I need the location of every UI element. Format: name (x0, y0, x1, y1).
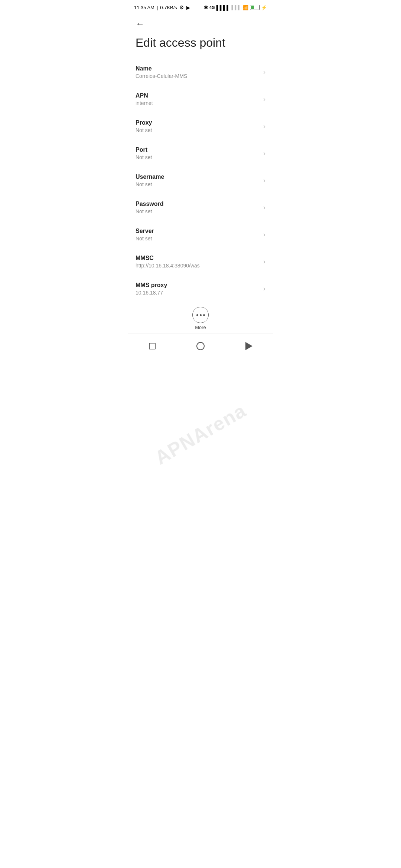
home-icon (196, 342, 205, 350)
chevron-icon-mms-proxy: › (263, 285, 265, 293)
settings-item-label-port: Port (136, 147, 260, 153)
settings-item-port[interactable]: Port Not set › (128, 140, 273, 167)
settings-item-value-mmsc: http://10.16.18.4:38090/was (136, 263, 260, 269)
settings-item-name[interactable]: Name Correios-Celular-MMS › (128, 59, 273, 86)
chevron-icon-password: › (263, 204, 265, 211)
settings-item-label-mms-proxy: MMS proxy (136, 282, 260, 289)
chevron-icon-mmsc: › (263, 258, 265, 266)
settings-item-label-name: Name (136, 65, 260, 72)
settings-item-value-proxy: Not set (136, 127, 260, 133)
settings-item-value-port: Not set (136, 154, 260, 160)
settings-item-password[interactable]: Password Not set › (128, 194, 273, 221)
settings-item-content-username: Username Not set (136, 174, 260, 187)
settings-item-content-mmsc: MMSC http://10.16.18.4:38090/was (136, 255, 260, 269)
settings-item-value-server: Not set (136, 236, 260, 241)
more-dots-icon (196, 314, 205, 316)
settings-list: Name Correios-Celular-MMS › APN internet… (128, 59, 273, 302)
chevron-icon-port: › (263, 149, 265, 157)
settings-item-label-username: Username (136, 174, 260, 180)
more-button[interactable]: More (128, 302, 273, 333)
settings-item-label-proxy: Proxy (136, 119, 260, 126)
nav-recents-button[interactable] (143, 337, 161, 355)
nav-bar (128, 333, 273, 361)
settings-item-mmsc[interactable]: MMSC http://10.16.18.4:38090/was › (128, 248, 273, 275)
time: 11:35 AM (134, 5, 154, 10)
settings-item-mms-proxy[interactable]: MMS proxy 10.16.18.77 › (128, 275, 273, 302)
chevron-icon-proxy: › (263, 122, 265, 130)
charging-icon: ⚡ (261, 5, 267, 10)
back-arrow-icon: ← (136, 19, 144, 29)
settings-item-value-name: Correios-Celular-MMS (136, 73, 260, 79)
settings-item-server[interactable]: Server Not set › (128, 221, 273, 248)
battery-icon (250, 5, 260, 10)
settings-item-content-port: Port Not set (136, 147, 260, 160)
chevron-icon-apn: › (263, 95, 265, 103)
wifi-icon: 📶 (242, 5, 248, 10)
network-speed: 0.7KB/s (160, 5, 177, 10)
signal-4g-icon: 4G (209, 5, 215, 10)
settings-item-label-mmsc: MMSC (136, 255, 260, 262)
nav-home-button[interactable] (192, 337, 209, 355)
settings-item-content-password: Password Not set (136, 201, 260, 214)
chevron-icon-username: › (263, 177, 265, 184)
settings-item-value-apn: internet (136, 100, 260, 106)
recents-icon (149, 343, 156, 349)
settings-item-value-password: Not set (136, 208, 260, 214)
settings-item-apn[interactable]: APN internet › (128, 86, 273, 113)
settings-item-content-proxy: Proxy Not set (136, 119, 260, 133)
settings-item-content-mms-proxy: MMS proxy 10.16.18.77 (136, 282, 260, 296)
settings-item-content-server: Server Not set (136, 228, 260, 241)
status-bar: 11:35 AM | 0.7KB/s ⚙ ▶ ✱ 4G ▌▌▌▌ ▌▌▌ 📶 ⚡ (128, 0, 273, 13)
settings-item-content-apn: APN internet (136, 92, 260, 106)
settings-item-username[interactable]: Username Not set › (128, 167, 273, 194)
settings-item-label-server: Server (136, 228, 260, 234)
nav-back-button[interactable] (240, 337, 258, 355)
chevron-icon-server: › (263, 231, 265, 239)
more-circle-icon (192, 307, 209, 323)
page-title: Edit access point (128, 31, 273, 59)
status-left: 11:35 AM | 0.7KB/s ⚙ ▶ (134, 4, 190, 10)
back-button[interactable]: ← (128, 13, 273, 31)
video-icon: ▶ (186, 5, 190, 10)
more-label: More (195, 325, 206, 330)
separator: | (157, 5, 158, 10)
signal-bars-icon: ▌▌▌▌ (216, 5, 230, 10)
signal-bars2-icon: ▌▌▌ (231, 5, 241, 10)
settings-item-content-name: Name Correios-Celular-MMS (136, 65, 260, 79)
settings-item-label-apn: APN (136, 92, 260, 99)
settings-item-proxy[interactable]: Proxy Not set › (128, 113, 273, 140)
bluetooth-icon: ✱ (204, 5, 208, 10)
status-right: ✱ 4G ▌▌▌▌ ▌▌▌ 📶 ⚡ (204, 5, 267, 10)
chevron-icon-name: › (263, 68, 265, 76)
settings-item-value-username: Not set (136, 181, 260, 187)
settings-icon: ⚙ (179, 4, 184, 10)
settings-item-label-password: Password (136, 201, 260, 207)
settings-item-value-mms-proxy: 10.16.18.77 (136, 290, 260, 296)
back-icon (245, 342, 252, 350)
